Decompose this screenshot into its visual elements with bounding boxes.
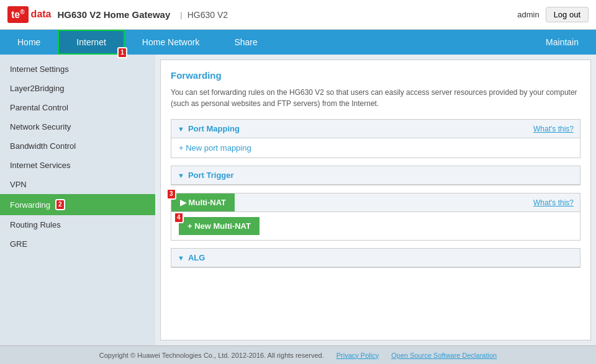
sidebar-item-internet-settings[interactable]: Internet Settings [0,60,155,79]
alg-arrow: ▼ [178,254,184,262]
nav-home-network[interactable]: Home Network [125,30,217,55]
sidebar-forwarding-badge: 2 [55,199,65,210]
footer-privacy-link[interactable]: Privacy Policy [336,352,379,359]
sidebar-item-parental-control[interactable]: Parental Control [0,98,155,117]
nav-internet-badge: 1 [117,47,127,58]
sidebar-item-forwarding[interactable]: Forwarding 2 [0,194,155,215]
page-title: Forwarding [171,70,580,81]
sidebar-item-internet-services[interactable]: Internet Services [0,156,155,175]
new-port-mapping-link[interactable]: + New port mapping [179,143,251,153]
multi-nat-whats[interactable]: What's this? [533,198,580,207]
logo-brand: te® [7,6,29,23]
sidebar-item-network-security[interactable]: Network Security [0,117,155,136]
sidebar-item-bandwidth-control[interactable]: Bandwidth Control [0,136,155,156]
nav-maintain[interactable]: Maintain [528,30,596,55]
sidebar-item-layer2bridging[interactable]: Layer2Bridging [0,79,155,98]
sidebar-item-gre[interactable]: GRE [0,234,155,254]
footer-opensource-link[interactable]: Open Source Software Declaration [391,352,497,359]
header-divider: | [180,10,182,19]
content-area: Internet Settings Layer2Bridging Parenta… [0,55,596,345]
port-mapping-section: ▼ Port Mapping What's this? + New port m… [171,119,580,158]
multi-nat-button[interactable]: ▶ Multi-NAT [171,193,235,211]
logo-data-text: data [31,9,52,20]
header: te® data HG630 V2 Home Gateway | HG630 V… [0,0,596,30]
page-description: You can set forwarding rules on the HG63… [171,87,580,109]
port-mapping-whats[interactable]: What's this? [533,125,574,133]
header-title: HG630 V2 Home Gateway [58,9,171,20]
admin-label: admin [517,10,539,19]
multi-nat-header: 3 ▶ Multi-NAT What's this? [171,193,580,212]
port-mapping-title: Port Mapping [188,124,240,133]
multi-nat-btn-wrap: 3 ▶ Multi-NAT [171,193,235,211]
multi-nat-section: 3 ▶ Multi-NAT What's this? 4 + New Multi… [171,193,580,241]
multi-nat-badge: 3 [166,189,176,200]
sidebar-item-vpn[interactable]: VPN [0,175,155,194]
alg-title: ALG [188,253,205,262]
header-right: admin Log out [517,7,589,22]
alg-section: ▼ ALG [171,248,580,268]
port-trigger-title: Port Trigger [188,171,234,180]
main-nav: Home Internet 1 Home Network Share Maint… [0,30,596,55]
logout-button[interactable]: Log out [546,7,589,22]
port-trigger-header[interactable]: ▼ Port Trigger [171,166,580,185]
nav-internet[interactable]: Internet 1 [58,30,124,55]
port-trigger-section: ▼ Port Trigger [171,166,580,185]
sidebar-item-routing-rules[interactable]: Routing Rules [0,215,155,234]
new-multi-nat-button[interactable]: + New Multi-NAT [179,217,260,235]
new-multi-nat-badge: 4 [174,212,184,223]
footer: Copyright © Huawei Technologies Co., Ltd… [0,345,596,364]
footer-copyright: Copyright © Huawei Technologies Co., Ltd… [99,352,324,359]
sidebar: Internet Settings Layer2Bridging Parenta… [0,55,155,345]
port-mapping-header[interactable]: ▼ Port Mapping What's this? [171,120,580,138]
port-mapping-arrow: ▼ [178,125,184,133]
port-mapping-body: + New port mapping [171,138,580,158]
logo: te® data [7,6,52,23]
new-multi-nat-btn-wrap: 4 + New Multi-NAT [179,217,260,235]
new-multi-nat-body: 4 + New Multi-NAT [171,212,580,240]
alg-header[interactable]: ▼ ALG [171,249,580,267]
nav-home[interactable]: Home [0,30,58,55]
nav-share[interactable]: Share [217,30,274,55]
port-trigger-arrow: ▼ [178,172,184,179]
header-subtitle: HG630 V2 [187,10,228,20]
main-content: Forwarding You can set forwarding rules … [160,60,591,340]
